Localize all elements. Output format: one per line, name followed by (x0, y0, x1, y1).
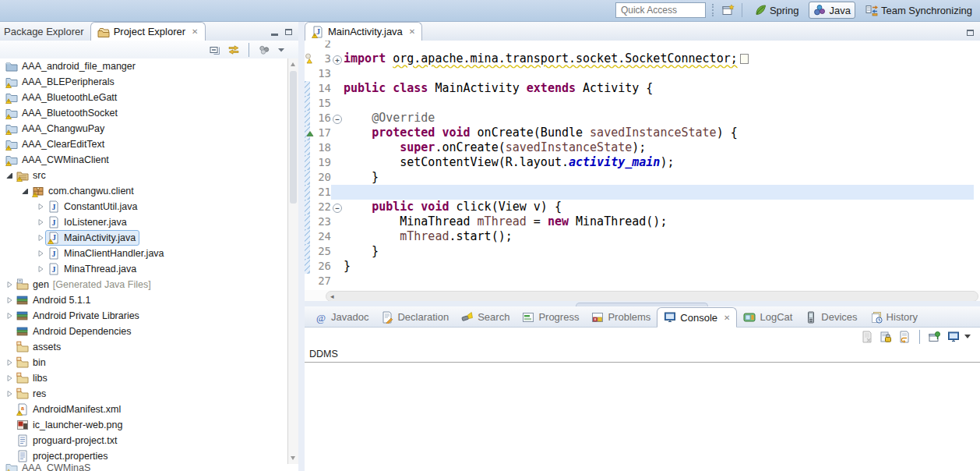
tree-item-libs[interactable]: libs (0, 370, 288, 386)
code-line-17[interactable]: 17 protected void onCreate(Bundle savedI… (305, 126, 980, 140)
code-line-20[interactable]: 20 } (305, 170, 980, 185)
tree-scrollbar[interactable] (287, 58, 298, 464)
tree-item-android-5-1-1[interactable]: Android 5.1.1 (0, 292, 288, 308)
minimize-icon[interactable] (271, 34, 278, 36)
tab-logcat[interactable]: LogCat (737, 307, 798, 327)
scrollbar-thumb[interactable] (290, 71, 297, 204)
warning-quickfix-icon[interactable] (305, 51, 315, 66)
code-line-3[interactable]: 3+import org.apache.mina.transport.socke… (305, 51, 980, 66)
tree-collapsed-icon[interactable] (4, 374, 14, 383)
tree-item-minaclienthandler-java[interactable]: JMinaClientHandler.java (0, 246, 288, 261)
word-wrap-icon[interactable] (898, 331, 911, 343)
tree-item-mainactivity-java[interactable]: JMainActivity.java (0, 230, 288, 246)
code-line-15[interactable]: 15 (305, 96, 980, 111)
horizontal-scrollbar[interactable] (326, 291, 978, 302)
tree-item-aaa-clearedittext[interactable]: AAA_ClearEditText (0, 136, 288, 152)
tree-collapsed-icon[interactable] (35, 202, 45, 211)
maximize-icon[interactable] (967, 30, 974, 36)
view-menu-icon[interactable] (277, 45, 286, 55)
tab-search[interactable]: Search (455, 307, 516, 327)
code-line-13[interactable]: 13 (305, 66, 980, 81)
tree-item-aaa-cwminas[interactable]: AAA_CWMinaS (0, 464, 288, 471)
fold-toggle-icon[interactable]: − (331, 111, 344, 126)
code-line-2[interactable]: 2 (305, 41, 980, 51)
open-console-icon[interactable] (947, 331, 960, 343)
collapse-all-icon[interactable] (209, 44, 221, 56)
tree-item-gen[interactable]: gen[Generated Java Files] (0, 277, 288, 292)
tree-item-constantutil-java[interactable]: JConstantUtil.java (0, 199, 288, 214)
quick-access-input[interactable] (615, 2, 706, 18)
code-line-19[interactable]: 19 setContentView(R.layout.activity_main… (305, 155, 980, 170)
code-line-26[interactable]: 26} (305, 259, 980, 274)
perspective-team-synchronizing[interactable]: Team Synchronizing (861, 2, 977, 19)
pin-console-icon[interactable] (929, 331, 941, 343)
code-line-22[interactable]: 22− public void click(View v) { (305, 200, 980, 214)
tab-mainactivity-java[interactable]: J MainActivity.java (305, 22, 422, 41)
code-line-18[interactable]: 18 super.onCreate(savedInstanceState); (305, 140, 980, 155)
tree-item-project-properties[interactable]: project.properties (0, 448, 288, 464)
tree-item-aaa-bleperipherals[interactable]: AAA_BLEPeripherals (0, 74, 288, 90)
folded-imports-box[interactable] (740, 54, 749, 64)
focus-icon[interactable] (258, 44, 270, 56)
code-line-27[interactable]: 27 (305, 274, 980, 289)
vertical-sash[interactable] (298, 22, 305, 471)
code-line-16[interactable]: 16− @Override (305, 111, 980, 126)
close-icon[interactable] (192, 27, 198, 36)
tree-expanded-icon[interactable] (19, 186, 30, 196)
tree-collapsed-icon[interactable] (4, 389, 14, 398)
tree-item-android-private-libraries[interactable]: Android Private Libraries (0, 308, 288, 324)
tree-item-ic-launcher-web-png[interactable]: ic_launcher-web.png (0, 417, 288, 433)
code-line-14[interactable]: 14public class MainActivity extends Acti… (305, 81, 980, 96)
tree-collapsed-icon[interactable] (4, 280, 14, 289)
close-icon[interactable] (409, 27, 415, 36)
tree-item-android-dependencies[interactable]: Android Dependencies (0, 324, 288, 339)
tree-item-com-changwu-client[interactable]: com.changwu.client (0, 183, 288, 199)
code-line-23[interactable]: 23 MinaThread mThread = new MinaThread()… (305, 214, 980, 229)
tab-javadoc[interactable]: @Javadoc (308, 307, 375, 327)
code-line-24[interactable]: 24 mThread.start(); (305, 229, 980, 244)
tab-declaration[interactable]: Declaration (375, 307, 455, 327)
tree-item-aaa-changwupay[interactable]: AAA_ChangwuPay (0, 121, 288, 136)
code-line-21[interactable]: 21 (305, 185, 980, 200)
tree-collapsed-icon[interactable] (4, 358, 14, 367)
fold-toggle-icon[interactable]: − (331, 200, 344, 214)
tree-item-minathread-java[interactable]: JMinaThread.java (0, 261, 288, 277)
tree-item-aaa-bluetoothlegatt[interactable]: AAA_BluetoothLeGatt (0, 90, 288, 105)
horizontal-sash[interactable] (305, 301, 980, 306)
fold-toggle-icon[interactable]: + (331, 51, 344, 66)
close-icon[interactable] (724, 313, 730, 322)
tab-progress[interactable]: Progress (516, 307, 585, 327)
tree-collapsed-icon[interactable] (35, 264, 45, 274)
open-console-menu-caret[interactable] (964, 335, 971, 338)
tree-item-androidmanifest-xml[interactable]: aAndroidManifest.xml (0, 402, 288, 417)
tree-item-assets[interactable]: assets (0, 339, 288, 355)
tree-item-iolistener-java[interactable]: JIoListener.java (0, 214, 288, 230)
tab-package-explorer[interactable]: Package Explorer (0, 23, 90, 41)
maximize-icon[interactable] (285, 29, 292, 35)
code-line-25[interactable]: 25 } (305, 244, 980, 259)
tree-collapsed-icon[interactable] (4, 311, 14, 320)
tree-item-bin[interactable]: bin (0, 355, 288, 370)
code-editor[interactable]: 23+import org.apache.mina.transport.sock… (305, 41, 980, 290)
scroll-up-icon[interactable] (291, 62, 295, 66)
tree-item-aaa-bluetoothsocket[interactable]: AAA_BluetoothSocket (0, 105, 288, 121)
scroll-down-icon[interactable] (291, 456, 295, 460)
tree-collapsed-icon[interactable] (35, 218, 45, 227)
tree-item-src[interactable]: src (0, 168, 288, 183)
tab-problems[interactable]: xProblems (585, 307, 657, 327)
tree-item-aaa-cwminaclient[interactable]: AAA_CWMinaClient (0, 152, 288, 168)
tree-item-res[interactable]: res (0, 386, 288, 402)
tab-history[interactable]: History (864, 307, 924, 327)
open-perspective-icon[interactable] (722, 4, 735, 16)
tree-collapsed-icon[interactable] (4, 296, 14, 305)
tree-collapsed-icon[interactable] (35, 249, 45, 258)
clear-console-icon[interactable] (861, 331, 873, 343)
tree-expanded-icon[interactable] (4, 171, 14, 180)
tab-console[interactable]: Console (657, 307, 737, 328)
perspective-java[interactable]: Java (809, 2, 855, 19)
tree-collapsed-icon[interactable] (35, 233, 45, 243)
perspective-spring[interactable]: Spring (749, 2, 804, 19)
scroll-lock-icon[interactable] (880, 331, 892, 343)
tab-devices[interactable]: Devices (798, 307, 863, 327)
tab-project-explorer[interactable]: Project Explorer (90, 22, 206, 41)
